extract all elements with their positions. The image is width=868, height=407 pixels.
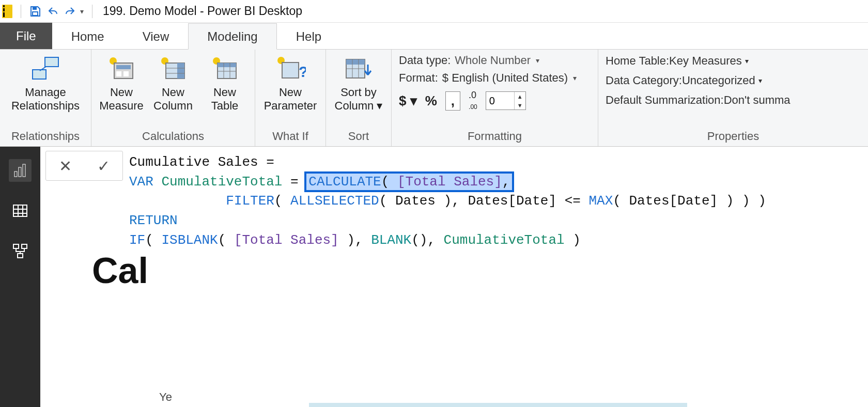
new-measure-icon <box>104 55 138 83</box>
data-category-label: Data Category: <box>606 74 682 87</box>
new-table-button[interactable]: New Table <box>199 53 251 113</box>
new-parameter-label: New Parameter <box>264 86 317 113</box>
title-bar: ▾ 199. Demo Model - Power BI Desktop <box>0 0 868 23</box>
svg-rect-1 <box>33 12 38 15</box>
separator <box>21 5 21 18</box>
chevron-down-icon: ▾ <box>745 57 749 65</box>
chevron-down-icon: ▾ <box>536 56 539 65</box>
format-value: $ English (United States) <box>442 71 568 85</box>
group-label-sort: Sort <box>330 128 387 146</box>
powerbi-logo-icon <box>2 5 12 18</box>
svg-rect-26 <box>18 254 23 258</box>
tab-file[interactable]: File <box>0 23 52 49</box>
svg-rect-19 <box>346 59 365 65</box>
separator <box>92 5 92 18</box>
window-title: 199. Demo Model - Power BI Desktop <box>103 4 302 18</box>
currency-format-button[interactable]: $ ▾ <box>399 93 417 109</box>
sort-by-column-label: Sort by Column ▾ <box>335 86 383 113</box>
default-summarization-value: Don't summa <box>724 93 791 107</box>
cancel-formula-button[interactable]: ✕ <box>46 157 84 175</box>
format-label: Format: <box>399 71 438 85</box>
ribbon-tabs: File Home View Modeling Help <box>0 23 868 50</box>
formula-bar: ✕ ✓ Cumulative Sales = VAR CumulativeTot… <box>40 147 868 252</box>
decimal-places-icon: .0.00 <box>469 90 477 112</box>
sort-by-column-button[interactable]: Sort by Column ▾ <box>330 53 387 113</box>
commit-formula-button[interactable]: ✓ <box>84 157 122 175</box>
save-button[interactable] <box>26 3 44 20</box>
model-view-button[interactable] <box>9 240 32 262</box>
new-table-label: New Table <box>211 86 239 113</box>
ribbon-group-formatting: Data type: Whole Number ▾ Format: $ Engl… <box>392 50 598 146</box>
chevron-down-icon: ▾ <box>758 76 762 85</box>
svg-rect-6 <box>116 65 131 69</box>
svg-rect-3 <box>33 70 46 79</box>
canvas: ✕ ✓ Cumulative Sales = VAR CumulativeTot… <box>40 147 868 407</box>
formula-editor[interactable]: Cumulative Sales = VAR CumulativeTotal =… <box>126 151 865 252</box>
visual-axis-label-fragment: Ye <box>159 390 172 404</box>
new-measure-button[interactable]: New Measure <box>96 53 147 113</box>
home-table-value: Key Measures <box>669 54 742 68</box>
data-category-dropdown[interactable]: Data Category: Uncategorized ▾ <box>602 72 864 89</box>
manage-relationships-button[interactable]: Manage Relationships <box>4 53 87 113</box>
group-label-relationships: Relationships <box>4 128 87 146</box>
chevron-down-icon: ▾ <box>573 74 577 82</box>
data-type-label: Data type: <box>399 54 451 67</box>
svg-rect-8 <box>123 71 129 76</box>
group-label-properties: Properties <box>602 128 864 146</box>
svg-rect-24 <box>13 244 19 248</box>
svg-text:?: ? <box>299 63 306 80</box>
svg-rect-2 <box>45 57 58 67</box>
new-column-icon <box>156 55 190 83</box>
group-label-formatting: Formatting <box>396 128 594 146</box>
chevron-down-icon: ▾ <box>410 93 417 108</box>
default-summarization-dropdown[interactable]: Default Summarization: Don't summa <box>602 92 864 108</box>
stepper-down[interactable]: ▼ <box>515 101 525 109</box>
default-summarization-label: Default Summarization: <box>606 93 724 107</box>
new-parameter-button[interactable]: ? New Parameter <box>259 53 321 113</box>
svg-rect-21 <box>19 167 21 177</box>
svg-rect-16 <box>282 62 299 78</box>
stepper-up[interactable]: ▲ <box>515 92 525 101</box>
new-measure-label: New Measure <box>99 86 144 113</box>
visual-title-fragment: Cal <box>92 250 175 291</box>
home-table-dropdown[interactable]: Home Table: Key Measures ▾ <box>602 53 864 69</box>
qat-customize-dropdown[interactable]: ▾ <box>80 7 84 15</box>
ribbon-group-relationships: Manage Relationships Relationships <box>0 50 91 146</box>
group-label-calculations: Calculations <box>96 128 251 146</box>
selected-text: CALCULATE( [Total Sales], <box>306 174 512 190</box>
tab-view[interactable]: View <box>123 23 189 50</box>
thousands-separator-button[interactable]: , <box>445 91 460 111</box>
data-type-dropdown[interactable]: Data type: Whole Number ▾ <box>396 53 594 68</box>
svg-rect-0 <box>33 7 37 10</box>
decimal-places-input[interactable] <box>486 92 514 109</box>
decimal-places-stepper[interactable]: ▲▼ <box>486 91 526 110</box>
data-category-value: Uncategorized <box>682 74 755 87</box>
new-parameter-icon: ? <box>273 55 307 83</box>
tab-home[interactable]: Home <box>52 23 123 50</box>
svg-rect-22 <box>23 164 25 177</box>
percent-format-button[interactable]: % <box>425 93 437 109</box>
tab-modeling[interactable]: Modeling <box>188 23 276 50</box>
svg-rect-20 <box>14 171 17 177</box>
manage-relationships-icon <box>28 55 63 83</box>
workspace: ✕ ✓ Cumulative Sales = VAR CumulativeTot… <box>0 147 868 407</box>
ribbon-group-sort: Sort by Column ▾ Sort <box>326 50 392 146</box>
home-table-label: Home Table: <box>606 54 669 68</box>
bottom-scroll-indicator <box>309 403 687 407</box>
report-view-button[interactable] <box>9 159 32 182</box>
new-column-label: New Column <box>153 86 193 113</box>
sort-by-column-icon <box>342 55 376 83</box>
formula-action-buttons: ✕ ✓ <box>45 151 123 181</box>
undo-button[interactable] <box>44 3 61 20</box>
data-view-button[interactable] <box>9 199 32 222</box>
format-dropdown[interactable]: Format: $ English (United States) ▾ <box>396 70 594 86</box>
view-switcher <box>0 147 40 407</box>
chevron-down-icon: ▾ <box>374 99 382 112</box>
tab-help[interactable]: Help <box>277 23 340 50</box>
manage-relationships-label: Manage Relationships <box>11 86 80 113</box>
ribbon-group-calculations: New Measure New Column <box>91 50 255 146</box>
new-column-button[interactable]: New Column <box>147 53 199 113</box>
measure-name: Cumulative Sales <box>129 154 266 170</box>
redo-button[interactable] <box>61 3 79 20</box>
svg-rect-23 <box>13 205 27 216</box>
